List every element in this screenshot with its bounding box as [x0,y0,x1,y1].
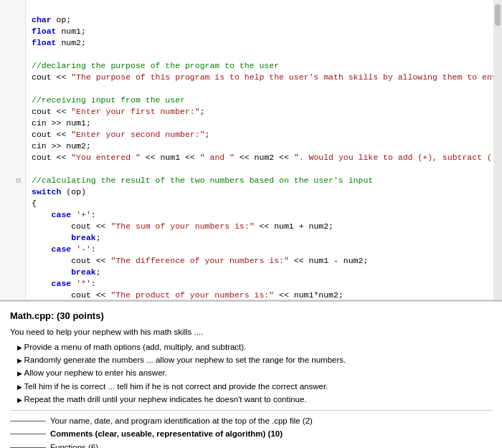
grade-desc-3: Functions (6) [50,442,492,449]
code-editor: ⊟ char op; float num1; float num2; //dec… [0,0,502,301]
req-item-1: Provide a menu of math options (add, mul… [17,341,492,353]
vertical-scrollbar[interactable] [493,0,502,300]
grade-desc-1: Your name, date, and program identificat… [50,415,492,427]
scrollbar-thumb[interactable] [495,4,501,26]
req-item-3: Allow your nephew to enter his answer. [17,367,492,379]
grade-blank-3 [10,447,46,448]
assignment-title: Math.cpp: (30 points) [10,309,492,323]
grade-blank-2 [10,434,46,434]
grade-blank-1 [10,421,46,421]
req-item-4: Tell him if he is correct ... tell him i… [17,381,492,393]
assignment-subtitle: You need to help your nephew with his ma… [10,326,492,338]
line-numbers: ⊟ [0,0,26,300]
code-text: char op; float num1; float num2; //decla… [26,0,493,300]
grade-row-3: Functions (6) [10,442,492,449]
req-item-5: Repeat the math drill until your nephew … [17,394,492,406]
assignment-panel: Math.cpp: (30 points) You need to help y… [0,301,502,448]
divider [10,410,492,411]
grade-row-1: Your name, date, and program identificat… [10,415,492,427]
req-item-2: Randomly generate the numbers ... allow … [17,354,492,366]
grade-desc-2: Comments (clear, useable, representative… [50,428,492,440]
requirements-list: Provide a menu of math options (add, mul… [10,341,492,406]
grade-row-2: Comments (clear, useable, representative… [10,428,492,440]
